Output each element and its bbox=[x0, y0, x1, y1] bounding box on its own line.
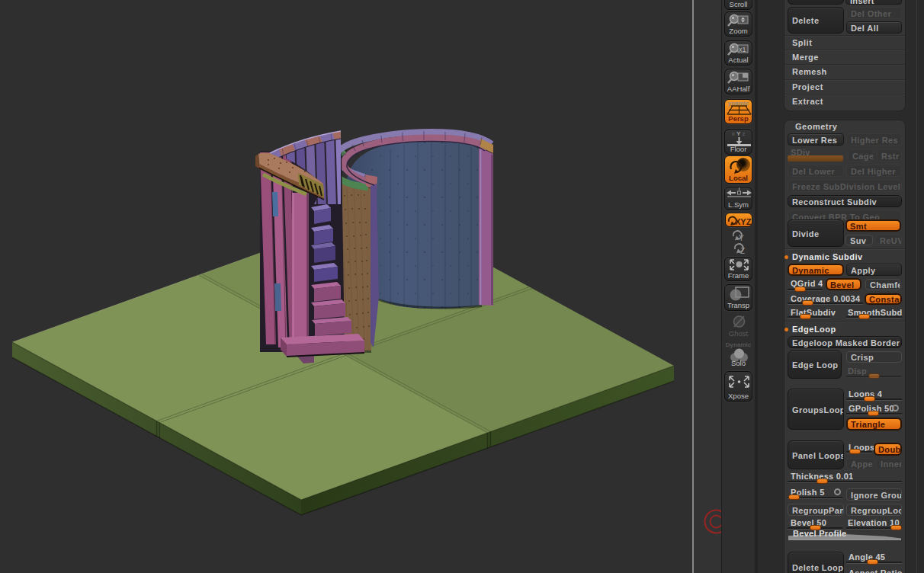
svg-text:XYZ: XYZ bbox=[735, 217, 752, 226]
svg-text:x1: x1 bbox=[739, 46, 746, 53]
svg-text:Z: Z bbox=[740, 247, 745, 255]
